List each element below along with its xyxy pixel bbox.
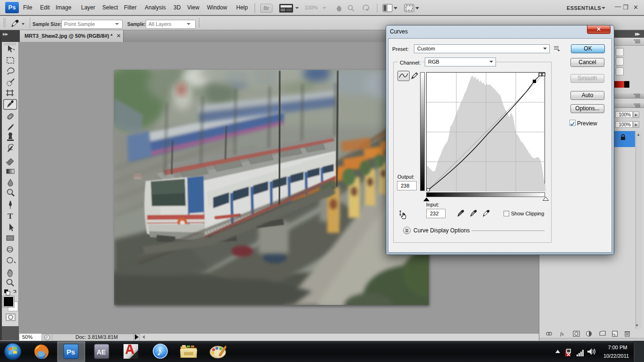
svg-text:T: T bbox=[8, 212, 13, 221]
svg-text:AE: AE bbox=[97, 348, 106, 356]
svg-text:♪: ♪ bbox=[157, 345, 162, 358]
svg-text:fx: fx bbox=[560, 331, 564, 337]
svg-text:Ps: Ps bbox=[66, 348, 75, 356]
